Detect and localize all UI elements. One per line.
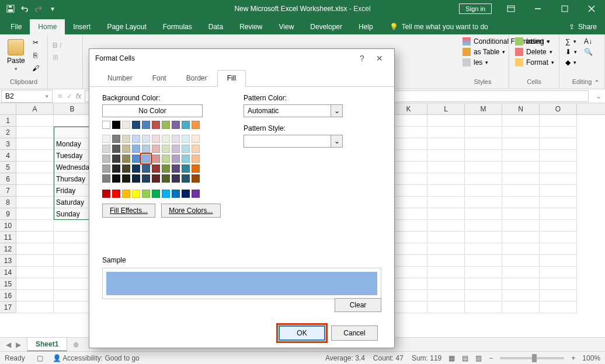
cell[interactable]: [427, 127, 465, 138]
find-select-button[interactable]: 🔍: [583, 47, 594, 57]
cell[interactable]: [427, 220, 465, 232]
name-box[interactable]: B2▾: [1, 90, 53, 103]
cell[interactable]: [540, 278, 577, 290]
cell[interactable]: [390, 243, 427, 255]
row-header[interactable]: 16: [0, 290, 16, 302]
tab-insert[interactable]: Insert: [65, 19, 99, 34]
cell[interactable]: [465, 208, 502, 220]
cell[interactable]: [465, 138, 502, 150]
color-swatch[interactable]: [172, 155, 180, 163]
cell[interactable]: [390, 208, 427, 220]
cell[interactable]: [390, 127, 427, 138]
color-swatch[interactable]: [112, 155, 120, 163]
color-swatch[interactable]: [152, 121, 160, 129]
color-swatch[interactable]: [182, 155, 190, 163]
color-swatch[interactable]: [182, 135, 190, 143]
cell[interactable]: [427, 232, 465, 243]
color-swatch[interactable]: [182, 164, 190, 173]
cell[interactable]: [465, 290, 502, 302]
color-swatch[interactable]: [162, 135, 170, 143]
tab-border[interactable]: Border: [176, 70, 217, 86]
color-swatch[interactable]: [132, 121, 140, 129]
color-swatch[interactable]: [102, 164, 110, 173]
redo-icon[interactable]: [34, 4, 43, 13]
cell[interactable]: [54, 267, 91, 278]
format-cells-button[interactable]: Format▾: [514, 58, 555, 67]
color-swatch[interactable]: [162, 121, 170, 129]
color-swatch[interactable]: [102, 121, 110, 129]
cell[interactable]: [427, 185, 465, 197]
cell[interactable]: [465, 220, 502, 232]
cell[interactable]: [540, 138, 577, 150]
column-header[interactable]: M: [465, 103, 502, 114]
cell[interactable]: [390, 278, 427, 290]
color-swatch[interactable]: [132, 135, 140, 143]
tab-home[interactable]: Home: [30, 19, 65, 34]
macro-record-icon[interactable]: ▢: [37, 354, 43, 362]
tab-fill[interactable]: Fill: [217, 70, 246, 87]
color-swatch[interactable]: [172, 190, 180, 198]
cell[interactable]: [427, 208, 465, 220]
cell[interactable]: [540, 115, 577, 127]
dialog-help-icon[interactable]: ?: [353, 54, 371, 63]
row-header[interactable]: 1: [0, 115, 16, 127]
color-swatch[interactable]: [142, 174, 150, 183]
cell[interactable]: [502, 267, 540, 278]
cell[interactable]: [502, 278, 540, 290]
cell[interactable]: [465, 185, 502, 197]
more-colors-button[interactable]: More Colors...: [161, 204, 220, 218]
cell[interactable]: [16, 290, 54, 302]
clear-button[interactable]: Clear: [335, 298, 381, 312]
cell[interactable]: [540, 220, 577, 232]
color-swatch[interactable]: [102, 135, 110, 143]
cell[interactable]: [427, 115, 465, 127]
cell[interactable]: [540, 150, 577, 162]
color-swatch[interactable]: [112, 190, 120, 198]
accessibility-status[interactable]: 👤 Accessibility: Good to go: [53, 354, 140, 362]
cell[interactable]: [465, 127, 502, 138]
copy-icon[interactable]: ⎘: [30, 50, 41, 61]
cell[interactable]: [390, 197, 427, 208]
cell[interactable]: [540, 232, 577, 243]
cell[interactable]: [54, 278, 91, 290]
format-as-table-button[interactable]: as Table▾: [461, 47, 506, 57]
cell[interactable]: [502, 302, 540, 313]
cell[interactable]: [502, 150, 540, 162]
cut-icon[interactable]: ✂: [30, 37, 41, 48]
row-header[interactable]: 9: [0, 208, 16, 220]
cell[interactable]: [427, 138, 465, 150]
color-swatch[interactable]: [122, 174, 130, 183]
cell[interactable]: Tuesday: [54, 150, 91, 162]
tab-number[interactable]: Number: [98, 70, 142, 86]
color-swatch[interactable]: [152, 135, 160, 143]
row-header[interactable]: 13: [0, 255, 16, 267]
cell[interactable]: [502, 115, 540, 127]
clear-button[interactable]: ◆ ▾: [564, 58, 578, 67]
cell[interactable]: [540, 197, 577, 208]
row-header[interactable]: 7: [0, 185, 16, 197]
fill-effects-button[interactable]: Fill Effects...: [102, 204, 155, 218]
cell[interactable]: [540, 302, 577, 313]
cell[interactable]: [465, 173, 502, 185]
color-swatch[interactable]: [192, 190, 200, 198]
color-swatch[interactable]: [152, 174, 160, 183]
row-header[interactable]: 14: [0, 267, 16, 278]
cell[interactable]: Thursday: [54, 173, 91, 185]
color-swatch[interactable]: [192, 174, 200, 183]
cell[interactable]: [465, 150, 502, 162]
undo-icon[interactable]: [20, 4, 29, 13]
row-header[interactable]: 8: [0, 197, 16, 208]
cell[interactable]: [390, 150, 427, 162]
cell[interactable]: [427, 150, 465, 162]
cell[interactable]: [54, 255, 91, 267]
color-swatch[interactable]: [132, 145, 140, 153]
cell[interactable]: [427, 243, 465, 255]
close-icon[interactable]: [578, 0, 605, 18]
new-sheet-icon[interactable]: ⊕: [67, 341, 85, 349]
cell[interactable]: [502, 197, 540, 208]
fill-button[interactable]: ⬇ ▾: [564, 47, 578, 57]
color-swatch[interactable]: [142, 135, 150, 143]
ribbon-display-icon[interactable]: [498, 0, 524, 18]
ok-button[interactable]: OK: [279, 326, 325, 341]
dialog-close-icon[interactable]: ✕: [371, 54, 388, 63]
